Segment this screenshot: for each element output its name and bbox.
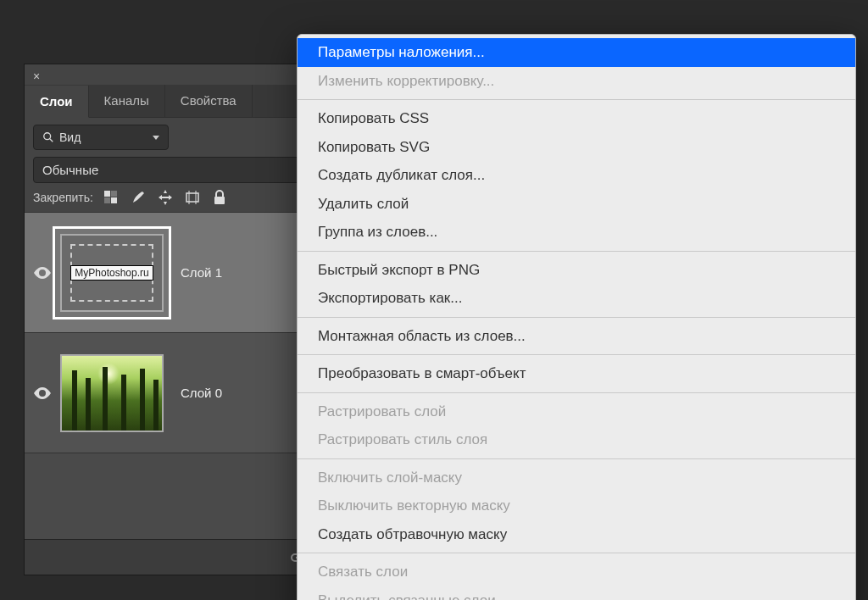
tab-properties[interactable]: Свойства: [165, 85, 253, 117]
lock-label: Закрепить:: [33, 191, 93, 204]
layer-filter-select[interactable]: Вид: [33, 125, 169, 150]
menu-separator: [298, 317, 855, 318]
menu-item[interactable]: Копировать SVG: [298, 133, 855, 162]
lock-position-icon[interactable]: [158, 190, 173, 205]
layer-thumbnail[interactable]: [60, 354, 164, 432]
menu-separator: [298, 392, 855, 393]
svg-rect-6: [186, 193, 198, 202]
menu-item: Растрировать стиль слоя: [298, 425, 855, 454]
menu-item: Растрировать слой: [298, 397, 855, 426]
layer-name[interactable]: Слой 1: [181, 265, 222, 280]
tab-channels[interactable]: Каналы: [89, 85, 165, 117]
svg-rect-5: [104, 197, 110, 203]
menu-item: Выключить векторную маску: [298, 492, 855, 520]
lock-artboard-icon[interactable]: [185, 190, 200, 205]
menu-item: Изменить корректировку...: [298, 67, 855, 96]
menu-item[interactable]: Монтажная область из слоев...: [298, 322, 855, 351]
tab-layers[interactable]: Слои: [25, 86, 89, 118]
menu-item: Выделить связанные слои: [298, 586, 855, 601]
menu-item[interactable]: Параметры наложения...: [298, 38, 855, 67]
menu-item[interactable]: Создать обтравочную маску: [298, 520, 855, 549]
layer-name[interactable]: Слой 0: [181, 386, 222, 400]
svg-rect-2: [104, 191, 110, 197]
menu-item[interactable]: Быстрый экспорт в PNG: [298, 256, 855, 285]
svg-rect-9: [214, 197, 225, 204]
svg-line-1: [50, 139, 53, 142]
menu-separator: [298, 99, 855, 100]
menu-item[interactable]: Копировать CSS: [298, 104, 855, 133]
lock-transparency-icon[interactable]: [103, 190, 119, 205]
menu-item: Включить слой-маску: [298, 464, 855, 492]
menu-separator: [298, 458, 855, 459]
blend-mode-value: Обычные: [42, 163, 98, 177]
svg-rect-4: [111, 191, 117, 197]
search-icon: [42, 131, 54, 143]
chevron-down-icon: [153, 136, 159, 140]
watermark-text: MyPhotoshop.ru: [70, 265, 153, 281]
menu-separator: [298, 553, 855, 553]
menu-item[interactable]: Экспортировать как...: [298, 284, 855, 313]
layer-thumbnail[interactable]: MyPhotoshop.ru: [60, 234, 164, 312]
lock-all-icon[interactable]: [212, 190, 227, 205]
menu-separator: [298, 354, 855, 355]
svg-point-0: [44, 133, 51, 140]
menu-item[interactable]: Группа из слоев...: [298, 218, 855, 247]
visibility-icon[interactable]: [34, 267, 51, 279]
lock-paint-icon[interactable]: [131, 190, 146, 205]
menu-item: Связать слои: [298, 558, 855, 586]
menu-item[interactable]: Создать дубликат слоя...: [298, 161, 855, 190]
menu-item[interactable]: Преобразовать в смарт-объект: [298, 359, 855, 388]
visibility-icon[interactable]: [34, 387, 51, 399]
menu-item[interactable]: Удалить слой: [298, 190, 855, 219]
svg-rect-3: [111, 197, 117, 203]
close-icon[interactable]: ×: [33, 69, 40, 83]
filter-label: Вид: [59, 131, 81, 144]
layer-context-menu: Параметры наложения...Изменить корректир…: [297, 34, 856, 600]
menu-separator: [298, 251, 855, 252]
